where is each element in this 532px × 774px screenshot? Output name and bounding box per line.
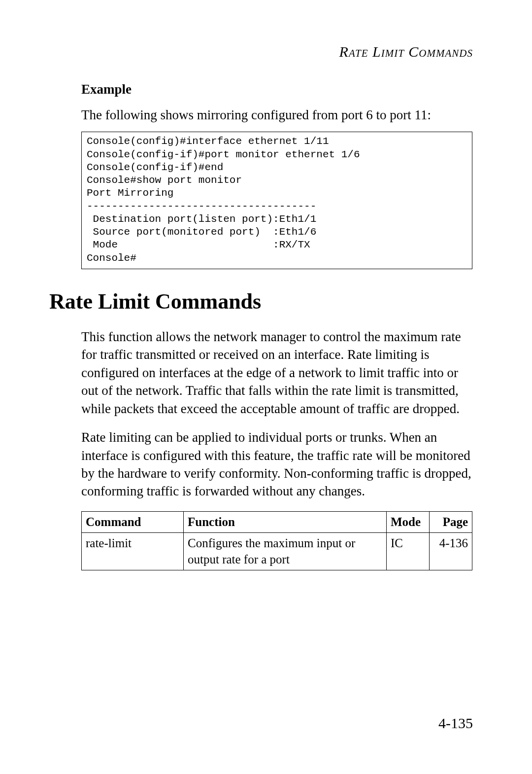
th-mode: Mode <box>387 511 430 532</box>
section-para-1: This function allows the network manager… <box>81 328 472 418</box>
th-command: Command <box>82 511 184 532</box>
running-head: Rate Limit Commands <box>339 43 473 60</box>
code-block: Console(config)#interface ethernet 1/11 … <box>82 132 472 269</box>
page: Rate Limit Commands Example The followin… <box>0 0 532 774</box>
command-table: Command Function Mode Page rate-limit Co… <box>81 511 472 570</box>
code-box: Console(config)#interface ethernet 1/11 … <box>81 132 472 269</box>
td-mode: IC <box>387 532 430 570</box>
td-function: Configures the maximum input or output r… <box>184 532 387 570</box>
td-command: rate-limit <box>82 532 184 570</box>
content-column: Example The following shows mirroring co… <box>81 79 472 570</box>
example-heading: Example <box>81 82 472 97</box>
table-row: rate-limit Configures the maximum input … <box>82 532 472 570</box>
th-page: Page <box>430 511 472 532</box>
table-header-row: Command Function Mode Page <box>82 511 472 532</box>
example-intro: The following shows mirroring configured… <box>81 106 472 124</box>
section-title: Rate Limit Commands <box>49 289 472 314</box>
td-page: 4-136 <box>430 532 472 570</box>
th-function: Function <box>184 511 387 532</box>
section-para-2: Rate limiting can be applied to individu… <box>81 428 472 500</box>
page-number: 4-135 <box>438 715 473 732</box>
